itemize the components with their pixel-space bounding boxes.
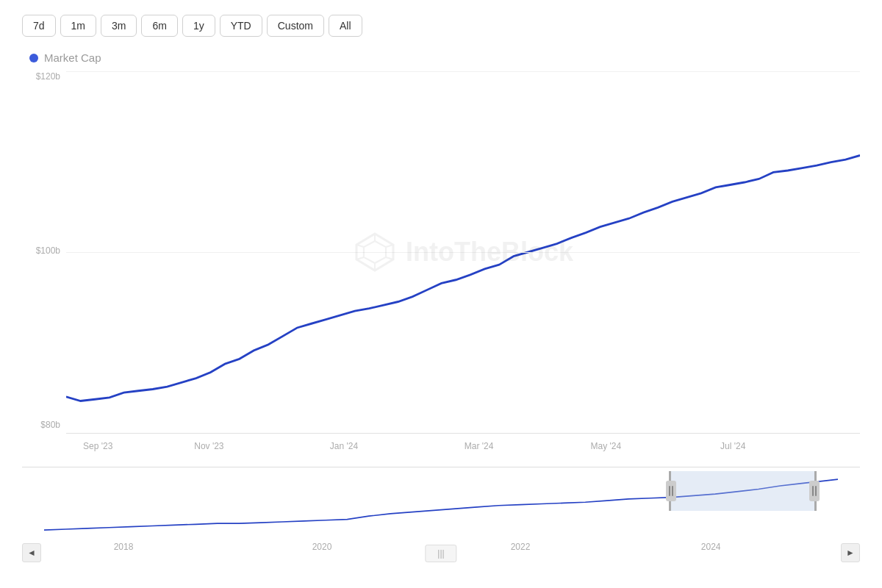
time-filter-bar: 7d1m3m6m1yYTDCustomAll	[22, 15, 860, 37]
nav-handle-line	[812, 486, 814, 496]
x-axis: Sep '23 Nov '23 Jan '24 Mar '24 May '24 …	[66, 437, 860, 463]
nav-x-label-2020: 2020	[312, 542, 332, 552]
filter-btn-all[interactable]: All	[329, 15, 362, 37]
grid-line-bottom	[66, 433, 860, 434]
legend-dot-market-cap	[29, 54, 38, 62]
nav-x-label-2022: 2022	[511, 542, 531, 552]
nav-handle-line	[669, 486, 670, 496]
y-label-100b: $100b	[22, 245, 66, 256]
x-label-jul24: Jul '24	[720, 441, 745, 451]
chart-legend: Market Cap	[29, 51, 860, 64]
scroll-center-handle[interactable]: |||	[425, 545, 456, 562]
y-axis: $120b $100b $80b	[22, 71, 66, 434]
legend-label-market-cap: Market Cap	[44, 51, 101, 64]
nav-plot	[44, 471, 838, 537]
x-label-nov23: Nov '23	[194, 441, 223, 451]
nav-handle-lines-left	[669, 486, 673, 496]
navigator: 2018 2020 2022 2024 ◄ ► |||	[22, 467, 860, 562]
nav-handle-lines-right	[812, 486, 817, 496]
main-chart: $120b $100b $80b	[22, 71, 860, 463]
nav-x-label-2018: 2018	[114, 542, 134, 552]
nav-selection[interactable]	[669, 471, 816, 511]
x-label-jan24: Jan '24	[330, 441, 358, 451]
filter-btn-1m[interactable]: 1m	[60, 15, 96, 37]
chart-plot: IntoTheBlock	[66, 71, 860, 434]
nav-handle-right[interactable]	[809, 481, 820, 501]
y-label-120b: $120b	[22, 71, 66, 82]
filter-btn-custom[interactable]: Custom	[267, 15, 324, 37]
filter-btn-3m[interactable]: 3m	[101, 15, 137, 37]
chart-area: $120b $100b $80b	[22, 71, 860, 581]
grid-line-mid	[66, 252, 860, 253]
scroll-left-button[interactable]: ◄	[22, 543, 41, 562]
grid-line-top	[66, 71, 860, 72]
x-label-sep23: Sep '23	[83, 441, 112, 451]
page-container: 7d1m3m6m1yYTDCustomAll Market Cap $120b …	[0, 0, 882, 588]
filter-btn-1y[interactable]: 1y	[182, 15, 215, 37]
nav-handle-line	[672, 486, 673, 496]
filter-btn-ytd[interactable]: YTD	[220, 15, 262, 37]
nav-handle-left[interactable]	[666, 481, 676, 501]
y-label-80b: $80b	[22, 420, 66, 430]
filter-btn-6m[interactable]: 6m	[141, 15, 177, 37]
filter-btn-7d[interactable]: 7d	[22, 15, 56, 37]
scroll-right-button[interactable]: ►	[841, 543, 860, 562]
x-label-may24: May '24	[591, 441, 622, 451]
nav-handle-line	[815, 486, 817, 496]
nav-x-label-2024: 2024	[701, 542, 721, 552]
x-label-mar24: Mar '24	[465, 441, 494, 451]
